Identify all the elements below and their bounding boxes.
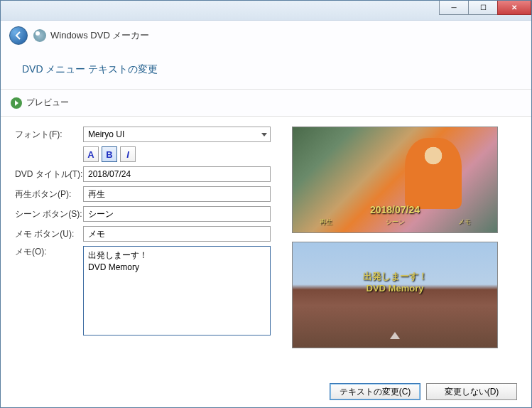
preview-title-overlay: 2018/07/24	[370, 204, 420, 215]
preview-bar[interactable]: プレビュー	[1, 90, 531, 117]
dvd-title-input[interactable]	[83, 166, 271, 182]
scene-button-input[interactable]	[83, 206, 271, 222]
change-text-button[interactable]: テキストの変更(C)	[330, 383, 420, 400]
font-bold-button[interactable]: B	[102, 146, 117, 162]
preview-memo-overlay: 出発しまーす！ DVD Memory	[363, 271, 428, 295]
dvd-title-label: DVD タイトル(T):	[15, 168, 83, 181]
footer: テキストの変更(C) 変更しない(D)	[330, 383, 517, 400]
play-button-label: 再生ボタン(P):	[15, 188, 83, 200]
minimize-button[interactable]: ─	[439, 1, 469, 15]
window: ─ ☐ ✕ Windows DVD メーカー DVD メニュー テキストの変更 …	[0, 0, 532, 408]
up-arrow-icon	[390, 332, 400, 339]
font-label: フォント(F):	[15, 129, 83, 141]
cancel-button[interactable]: 変更しない(D)	[426, 383, 517, 400]
subheader: DVD メニュー テキストの変更	[1, 50, 531, 90]
header: Windows DVD メーカー	[1, 21, 531, 50]
preview-memo-screen: 出発しまーす！ DVD Memory	[292, 242, 498, 348]
app-title: Windows DVD メーカー	[50, 29, 149, 42]
memo-label: メモ(O):	[15, 246, 83, 258]
font-select[interactable]: Meiryo UI	[83, 127, 271, 142]
chevron-down-icon	[261, 133, 267, 136]
back-button[interactable]	[9, 26, 28, 45]
font-italic-button[interactable]: I	[120, 146, 136, 162]
preview-column: 2018/07/24 再生 シーン メモ 出発しまーす！ DVD Memory	[292, 127, 517, 348]
maximize-button[interactable]: ☐	[468, 1, 498, 15]
preview-label: プレビュー	[26, 97, 69, 109]
back-arrow-icon	[13, 31, 23, 41]
memo-button-label: メモ ボタン(U):	[15, 228, 83, 240]
preview-image-content	[405, 138, 462, 209]
page-title: DVD メニュー テキストの変更	[22, 63, 510, 76]
play-button-input[interactable]	[83, 186, 271, 202]
form-column: フォント(F): Meiryo UI A B I DVD タイトル(T):	[15, 127, 271, 348]
scene-button-label: シーン ボタン(S):	[15, 208, 83, 220]
font-color-button[interactable]: A	[83, 146, 99, 162]
close-button[interactable]: ✕	[497, 1, 531, 15]
memo-textarea[interactable]	[83, 246, 271, 335]
app-icon	[33, 29, 46, 42]
content: フォント(F): Meiryo UI A B I DVD タイトル(T):	[1, 117, 531, 355]
preview-menu-overlay: 再生 シーン メモ	[293, 218, 497, 227]
play-icon	[11, 97, 22, 109]
titlebar: ─ ☐ ✕	[1, 1, 531, 21]
preview-main-menu: 2018/07/24 再生 シーン メモ	[292, 127, 498, 233]
memo-button-input[interactable]	[83, 226, 271, 242]
font-select-value: Meiryo UI	[88, 129, 124, 139]
